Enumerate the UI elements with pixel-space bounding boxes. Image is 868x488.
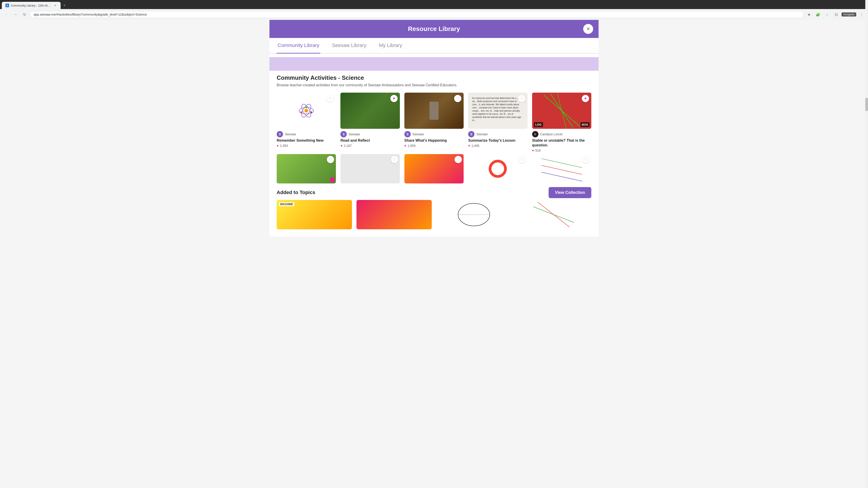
heart-button-5[interactable]: ♥: [582, 95, 589, 102]
activity-card-r3-2[interactable]: [356, 200, 432, 229]
svg-point-13: [458, 203, 490, 226]
heart-icon-4: ♡: [520, 96, 523, 101]
red-circle-graphic: [489, 160, 507, 178]
svg-point-5: [311, 111, 312, 113]
resource-library-header: Resource Library ✕: [270, 20, 598, 38]
zoom-button[interactable]: ⊡: [833, 11, 840, 18]
card-thumb-r3-1: MACHINE: [277, 200, 352, 229]
tab-my-library[interactable]: My Library: [378, 38, 403, 54]
card-thumb-r2-5: ♡: [532, 154, 591, 184]
section-title: Community Activities - Science: [277, 74, 591, 81]
svg-point-4: [305, 107, 307, 108]
biology-svg: [436, 200, 512, 229]
likes-heart-3: ♥: [404, 144, 406, 148]
page-title: Resource Library: [408, 25, 460, 33]
card-author-4: S Seesaw: [468, 131, 527, 137]
author-name-4: Seesaw: [476, 132, 488, 136]
heart-button-1[interactable]: ♡: [327, 95, 334, 102]
activity-card-4[interactable]: for resources and how that determines th…: [468, 93, 527, 152]
browser-nav-right: ★ 🧩 ↓ ⊡ Incognito ⋮: [805, 11, 865, 18]
activity-card-2[interactable]: ♥ S Seesaw Read and Reflect ♥ 2,187: [340, 93, 400, 152]
active-tab[interactable]: S Community Library - 12th Grad... ×: [2, 2, 61, 9]
close-button[interactable]: ✕: [583, 24, 593, 34]
likes-heart-5: ♥: [532, 149, 534, 152]
activity-card-r3-3[interactable]: [436, 200, 512, 229]
heart-button-r2-2[interactable]: ♡: [391, 156, 398, 163]
view-collection-button[interactable]: View Collection: [549, 187, 591, 198]
activity-card-5[interactable]: LOG BOS ♥ C: [532, 93, 591, 152]
author-avatar-2: S: [340, 131, 347, 137]
tab-community-library[interactable]: Community Library: [277, 38, 320, 54]
bookmark-button[interactable]: ★: [805, 11, 813, 18]
atom-svg: [297, 102, 315, 120]
heart-icon-2: ♥: [393, 96, 395, 101]
machine-label: MACHINE: [279, 202, 294, 206]
heart-button-2[interactable]: ♥: [391, 95, 398, 102]
tab-seesaw-library[interactable]: Seesaw Library: [331, 38, 367, 54]
downloads-button[interactable]: ↓: [824, 11, 831, 18]
card-title-3: Share What's Happening: [404, 138, 464, 143]
card-author-1: S Seesaw: [277, 131, 336, 137]
url-text: app.seesaw.me/#/activities/library?commu…: [34, 13, 800, 16]
author-name-1: Seesaw: [285, 132, 296, 136]
activity-card-r2-1[interactable]: ♡: [277, 154, 336, 184]
new-tab-button[interactable]: +: [61, 2, 68, 9]
activity-card-r2-3[interactable]: ♡: [404, 154, 464, 184]
tab-close-button[interactable]: ×: [53, 4, 57, 7]
library-tabs: Community Library Seesaw Library My Libr…: [270, 38, 598, 54]
address-bar[interactable]: app.seesaw.me/#/activities/library?commu…: [30, 11, 804, 18]
author-name-3: Seesaw: [412, 132, 424, 136]
heart-icon-r2-4: ♡: [521, 157, 524, 162]
card-thumb-3: ♡: [404, 93, 464, 129]
scrollbar-track[interactable]: [865, 0, 868, 236]
heart-button-r2-1[interactable]: ♡: [327, 156, 334, 163]
heart-button-3[interactable]: ♡: [454, 95, 461, 102]
card-thumb-r2-4: ♡: [468, 154, 527, 184]
card-thumb-1: ♡: [277, 93, 336, 129]
heart-button-4[interactable]: ♡: [518, 95, 525, 102]
extensions-button[interactable]: 🧩: [814, 11, 822, 18]
likes-heart-1: ♥: [277, 144, 278, 148]
svg-line-10: [541, 159, 582, 168]
card-thumb-r2-3: ♡: [404, 154, 464, 184]
activity-card-r3-4[interactable]: [516, 200, 591, 229]
activity-card-3[interactable]: ♡ S Seesaw Share What's Happening ♥ 1,95…: [404, 93, 464, 152]
incognito-badge: Incognito: [842, 12, 856, 17]
heart-button-r2-4[interactable]: ♡: [519, 156, 526, 163]
card-thumb-r3-4: [516, 200, 591, 229]
content-area: Community Activities - Science Browse te…: [270, 74, 598, 236]
close-icon: ✕: [586, 26, 590, 32]
scrollbar-thumb[interactable]: [865, 98, 868, 111]
likes-heart-2: ♥: [340, 144, 342, 148]
card-title-5: Stable or unstable? That is the question…: [532, 138, 591, 148]
reload-button[interactable]: ↻: [21, 11, 28, 18]
browser-window: S Community Library - 12th Grad... × + ←…: [0, 0, 868, 20]
card-thumb-5: LOG BOS ♥: [532, 93, 591, 129]
author-avatar-1: S: [277, 131, 283, 137]
card-title-2: Read and Reflect: [340, 138, 400, 143]
card-thumb-r3-2: [356, 200, 432, 229]
activity-cards-row-2: ♡ ♡ ♡: [277, 154, 591, 184]
back-button[interactable]: ←: [3, 11, 10, 18]
tab-bar: S Community Library - 12th Grad... × +: [0, 0, 868, 9]
section-description: Browse teacher-created activities from o…: [277, 83, 591, 87]
heart-button-r2-5[interactable]: ♡: [582, 156, 590, 163]
author-avatar-5: C: [532, 131, 538, 137]
sketch2-svg: [516, 200, 591, 229]
menu-button[interactable]: ⋮: [858, 11, 865, 18]
card-likes-2: ♥ 2,187: [340, 144, 400, 148]
heart-button-r2-3[interactable]: ♡: [455, 156, 462, 163]
activity-card-1[interactable]: ♡ S Seesaw Remember Something New ♥ 2,39…: [277, 93, 336, 152]
author-avatar-4: S: [468, 131, 474, 137]
card-thumb-r3-3: [436, 200, 512, 229]
heart-icon-3: ♡: [456, 96, 459, 101]
activity-card-r3-1[interactable]: MACHINE: [277, 200, 352, 229]
card-likes-3: ♥ 1,959: [404, 144, 464, 148]
activity-card-r2-2[interactable]: ♡: [340, 154, 400, 184]
card-thumb-r2-2: ♡: [340, 154, 400, 184]
forward-button[interactable]: →: [12, 11, 19, 18]
activity-card-r2-4[interactable]: ♡: [468, 154, 527, 184]
activity-card-r2-5[interactable]: ♡: [532, 154, 591, 184]
svg-line-12: [541, 172, 582, 181]
card-author-5: C Candace Lorcet: [532, 131, 591, 137]
